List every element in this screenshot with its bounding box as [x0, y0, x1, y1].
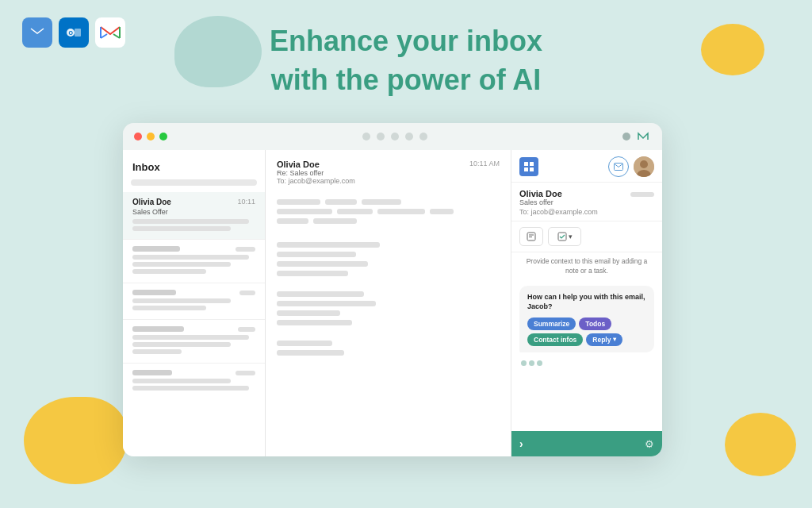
skeleton-1 [132, 219, 249, 224]
sk [132, 269, 206, 274]
inbox-list-item-4[interactable] [123, 363, 265, 399]
window-maximize-dot[interactable] [159, 133, 167, 140]
inbox-item-name: Olivia Doe [132, 198, 171, 206]
sk [132, 386, 249, 391]
ai-footer-arrow[interactable]: › [519, 437, 523, 450]
svg-rect-10 [524, 162, 528, 166]
sk [132, 326, 184, 332]
sk [236, 247, 255, 252]
ai-panel-header [511, 150, 662, 183]
ai-chat-bubble: How can I help you with this email, Jaco… [519, 286, 654, 352]
ai-action-buttons: Summarize Todos Contact infos Reply ▾ [527, 318, 646, 346]
headline: Enhance your inbox with the power of AI [0, 22, 812, 99]
sk [132, 349, 182, 354]
note-button[interactable] [519, 227, 543, 246]
inbox-panel: Inbox Olivia Doe 10:11 Sales Offer [123, 150, 266, 456]
sk [132, 306, 206, 310]
sk [132, 255, 249, 260]
contact-infos-button[interactable]: Contact infos [527, 333, 583, 346]
window-close-dot[interactable] [134, 133, 142, 140]
svg-point-16 [640, 160, 648, 168]
sk [236, 371, 255, 375]
user-avatar[interactable] [634, 156, 654, 177]
inbox-list-item-2[interactable] [123, 283, 265, 319]
typing-dot-2 [529, 360, 534, 366]
email-re: Re: Sales offer [277, 169, 355, 177]
typing-dot-1 [521, 360, 527, 366]
ai-sender-subject: Sales offer [519, 198, 654, 206]
window-m-icon [635, 129, 651, 144]
email-to: To: jacob@example.com [277, 177, 355, 185]
sk [132, 342, 231, 347]
nav-dot-3 [391, 133, 399, 140]
reply-button[interactable]: Reply ▾ [586, 333, 622, 346]
decoration-blob-bl [24, 397, 127, 484]
email-panel: Olivia Doe Re: Sales offer To: jacob@exa… [266, 150, 511, 456]
ai-panel-right-icons [608, 156, 654, 177]
ai-sender-badge [630, 192, 654, 197]
email-sender-name: Olivia Doe [277, 160, 355, 169]
decoration-blob-br [725, 413, 796, 476]
sk [132, 246, 180, 252]
email-time: 10:11 AM [469, 160, 500, 167]
ai-typing-indicator [519, 360, 654, 371]
email-header: Olivia Doe Re: Sales offer To: jacob@exa… [277, 160, 500, 193]
inbox-list-item-1[interactable] [123, 239, 265, 283]
window-action-dot [622, 133, 630, 140]
todos-button[interactable]: Todos [579, 318, 611, 330]
ai-chat-area: How can I help you with this email, Jaco… [511, 281, 662, 431]
ai-context-text: Provide context to this email by adding … [511, 252, 662, 281]
ai-tab-buttons [519, 157, 538, 176]
ai-panel: Olivia Doe Sales offer To: jacob@example… [511, 150, 662, 456]
sk [132, 379, 231, 383]
email-body [277, 199, 500, 356]
inbox-item-active[interactable]: Olivia Doe 10:11 Sales Offer [123, 192, 265, 239]
grid-view-button[interactable] [519, 157, 538, 176]
sk [132, 262, 231, 267]
sk [132, 290, 176, 295]
nav-dot-1 [362, 133, 370, 140]
email-client-mockup: Inbox Olivia Doe 10:11 Sales Offer [123, 123, 662, 456]
sk [132, 370, 172, 375]
headline-line2: with the power of AI [271, 64, 542, 96]
svg-rect-13 [530, 167, 534, 171]
ai-action-bar: ▾ [511, 221, 662, 252]
inbox-item-time: 10:11 [237, 198, 255, 206]
ai-chat-question: How can I help you with this email, Jaco… [527, 292, 646, 312]
sk [238, 327, 255, 332]
inbox-search-bar[interactable] [131, 179, 257, 186]
sk [132, 298, 231, 303]
compose-icon[interactable] [608, 156, 629, 177]
svg-rect-11 [530, 162, 534, 166]
ai-footer-gear[interactable]: ⚙ [645, 438, 654, 450]
sk [239, 291, 255, 295]
ai-sender-info: Olivia Doe Sales offer To: jacob@example… [511, 183, 662, 221]
nav-dot-4 [405, 133, 413, 140]
window-bar [123, 123, 662, 150]
inbox-item-subject: Sales Offer [132, 208, 255, 216]
skeleton-2 [132, 226, 231, 231]
summarize-button[interactable]: Summarize [527, 318, 576, 330]
ai-sender-to: To: jacob@example.com [519, 208, 654, 216]
ai-footer: › ⚙ [511, 431, 662, 456]
email-sender-block: Olivia Doe Re: Sales offer To: jacob@exa… [277, 160, 355, 193]
svg-rect-12 [524, 167, 528, 171]
headline-line1: Enhance your inbox [270, 25, 542, 57]
svg-rect-21 [558, 233, 566, 241]
window-minimize-dot[interactable] [147, 133, 155, 140]
task-button[interactable]: ▾ [548, 227, 581, 246]
nav-dot-5 [419, 133, 427, 140]
inbox-list-item-3[interactable] [123, 319, 265, 363]
reply-dropdown-chevron: ▾ [613, 336, 616, 343]
sk [132, 335, 249, 340]
typing-dot-3 [537, 360, 542, 366]
dropdown-chevron: ▾ [569, 233, 573, 241]
inbox-title: Inbox [123, 158, 265, 179]
nav-dot-2 [377, 133, 385, 140]
client-body: Inbox Olivia Doe 10:11 Sales Offer [123, 150, 662, 456]
ai-sender-name: Olivia Doe [519, 189, 562, 198]
